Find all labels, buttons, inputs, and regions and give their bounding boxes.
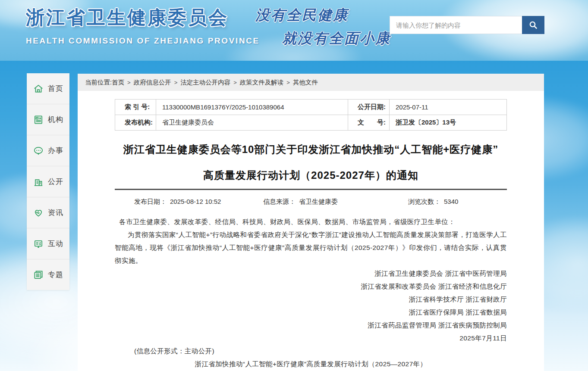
signature-line: 浙江省药品监督管理局 浙江省疾病预防控制局 xyxy=(115,319,507,332)
table-row: 索 引 号: 11330000MB1691376Y/2025-101038906… xyxy=(115,100,507,115)
view-count-label: 浏览次数： xyxy=(408,198,440,205)
title-line-1: 浙江省卫生健康委员会等10部门关于印发浙江省加快推动“人工智能+医疗健康” xyxy=(115,137,507,162)
issuing-agency-label: 发布机构: xyxy=(115,115,156,131)
breadcrumb-item-other-docs[interactable]: 其他文件 xyxy=(293,78,318,87)
article-body: 各市卫生健康委、发展改革委、经信局、科技局、财政局、医保局、数据局、市场监管局，… xyxy=(115,213,507,371)
title-line-2: 高质量发展行动计划（2025-2027年）的通知 xyxy=(115,162,507,188)
publish-datetime-value: 2025-08-12 10:52 xyxy=(170,198,221,205)
doc-number-label: 文 号: xyxy=(348,115,390,131)
breadcrumb-separator: > xyxy=(233,79,237,86)
publish-date-value: 2025-07-11 xyxy=(390,100,507,115)
breadcrumb-item-policy-docs[interactable]: 政策文件及解读 xyxy=(240,78,284,87)
sidebar-item-label: 专题 xyxy=(48,270,63,280)
view-count: 浏览次数：5340 xyxy=(362,198,507,206)
sidebar-item-label: 办事 xyxy=(48,146,63,156)
health-slogan: 没有全民健康 就没有全面小康 xyxy=(255,6,391,48)
breadcrumb-item-gov-info[interactable]: 政府信息公开 xyxy=(134,78,171,87)
breadcrumb-separator: > xyxy=(174,79,178,86)
sidebar-item-label: 首页 xyxy=(48,84,63,94)
index-number-label: 索 引 号: xyxy=(115,100,156,115)
doc-number-value: 浙卫发〔2025〕13号 xyxy=(390,115,507,131)
signature-line: 浙江省发展和改革委员会 浙江省经济和信息化厅 xyxy=(115,280,507,293)
doc-info-table: 索 引 号: 11330000MB1691376Y/2025-101038906… xyxy=(115,99,507,131)
search-input[interactable] xyxy=(390,16,522,34)
site-search xyxy=(390,16,544,34)
sidebar-item-label: 机构 xyxy=(48,115,63,125)
news-handshake-icon xyxy=(33,207,44,218)
sidebar-item-news[interactable]: 资讯 xyxy=(27,197,69,228)
view-count-value: 5340 xyxy=(444,198,458,205)
institution-doc-icon xyxy=(33,114,44,125)
slogan-line-1: 没有全民健康 xyxy=(255,6,391,25)
sidebar-item-services[interactable]: 办事 xyxy=(27,135,69,166)
slogan-line-2: 就没有全面小康 xyxy=(282,29,391,48)
publish-date-label: 公开日期: xyxy=(348,100,390,115)
home-icon xyxy=(33,83,44,94)
breadcrumb-item-statutory[interactable]: 法定主动公开内容 xyxy=(180,78,230,87)
sidebar-nav: 首页 机构 办事 公开 xyxy=(27,73,69,290)
signature-line: 浙江省卫生健康委员会 浙江省中医药管理局 xyxy=(115,267,507,280)
article-meta: 发布日期：2025-08-12 10:52 信息来源：省卫生健康委 浏览次数：5… xyxy=(115,190,507,213)
document-content: 索 引 号: 11330000MB1691376Y/2025-101038906… xyxy=(78,99,544,371)
sidebar-item-institution[interactable]: 机构 xyxy=(27,104,69,135)
search-icon xyxy=(528,20,538,30)
site-title-english: HEALTH COMMISSION OF ZHEJIANG PROVINCE xyxy=(26,36,260,46)
publish-datetime-label: 发布日期： xyxy=(134,198,167,205)
sidebar-item-topics[interactable]: 专题 xyxy=(27,259,69,290)
table-row: 发布机构: 省卫生健康委员会 文 号: 浙卫发〔2025〕13号 xyxy=(115,115,507,131)
disclosure-note: (信息公开形式：主动公开) xyxy=(115,345,507,358)
content-panel: 当前位置:首页 > 政府信息公开 > 法定主动公开内容 > 政策文件及解读 > … xyxy=(78,74,544,371)
search-button[interactable] xyxy=(522,16,544,34)
signature-line: 浙江省科学技术厅 浙江省财政厅 xyxy=(115,293,507,306)
breadcrumb-prefix: 当前位置: xyxy=(85,78,112,87)
sidebar-item-label: 公开 xyxy=(48,177,63,187)
disclosure-building-icon xyxy=(33,176,44,187)
breadcrumb-separator: > xyxy=(286,79,290,86)
signature-line: 浙江省医疗保障局 浙江省数据局 xyxy=(115,306,507,319)
info-source-label: 信息来源： xyxy=(263,198,296,205)
info-source-value: 省卫生健康委 xyxy=(299,198,338,205)
sidebar-item-label: 资讯 xyxy=(48,208,63,218)
breadcrumb: 当前位置:首页 > 政府信息公开 > 法定主动公开内容 > 政策文件及解读 > … xyxy=(78,74,544,91)
index-number-value: 11330000MB1691376Y/2025-1010389064 xyxy=(156,100,348,115)
issuing-agency-value: 省卫生健康委员会 xyxy=(156,115,348,131)
service-chat-icon xyxy=(33,145,44,156)
breadcrumb-separator: > xyxy=(127,79,131,86)
sidebar-item-interaction[interactable]: 互动 xyxy=(27,228,69,259)
page-title: 浙江省卫生健康委员会等10部门关于印发浙江省加快推动“人工智能+医疗健康” 高质… xyxy=(115,137,507,188)
info-source: 信息来源：省卫生健康委 xyxy=(233,198,362,206)
page: 浙江省卫生健康委员会 HEALTH COMMISSION OF ZHEJIANG… xyxy=(0,0,588,371)
body-paragraph: 为贯彻落实国家“人工智能+”行动战略和省委省政府关于深化“数字浙江”建设推动人工… xyxy=(115,228,507,267)
breadcrumb-item-home[interactable]: 首页 xyxy=(112,78,124,87)
topics-docs-icon xyxy=(33,269,44,281)
salutation-paragraph: 各市卫生健康委、发展改革委、经信局、科技局、财政局、医保局、数据局、市场监管局，… xyxy=(115,215,507,228)
signature-date: 2025年7月11日 xyxy=(115,332,507,345)
sidebar-item-disclosure[interactable]: 公开 xyxy=(27,166,69,197)
sidebar-item-home[interactable]: 首页 xyxy=(27,73,69,104)
publish-datetime: 发布日期：2025-08-12 10:52 xyxy=(115,198,233,206)
site-header: 浙江省卫生健康委员会 HEALTH COMMISSION OF ZHEJIANG… xyxy=(0,0,588,61)
sidebar-item-label: 互动 xyxy=(48,239,63,249)
site-title: 浙江省卫生健康委员会 xyxy=(26,5,260,30)
interaction-form-icon xyxy=(33,238,44,249)
site-logo[interactable]: 浙江省卫生健康委员会 HEALTH COMMISSION OF ZHEJIANG… xyxy=(26,5,260,46)
attachment-title: 浙江省加快推动“人工智能+医疗健康”高质量发展行动计划（2025—2027年） xyxy=(115,358,507,371)
